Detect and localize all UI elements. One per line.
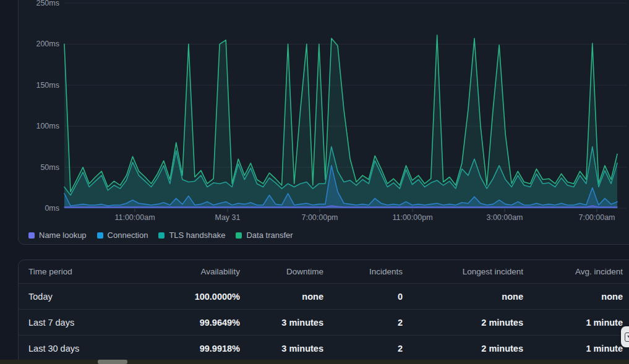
incidents-cell: 2 [325, 344, 404, 353]
availability-cell: 100.0000% [142, 292, 241, 302]
x-axis-tick-label: 7:00:00am [578, 213, 615, 222]
tls-handshake-swatch-icon [158, 232, 165, 239]
legend-label: Name lookup [39, 231, 87, 240]
connection-swatch-icon [97, 232, 103, 239]
legend-item-data-transfer[interactable]: Data transfer [236, 231, 293, 240]
table-row-last-7-days: Last 7 days 99.9649% 3 minutes 2 2 minut… [19, 310, 629, 336]
availability-cell: 99.9649% [142, 318, 241, 328]
x-axis-tick-label: 3:00:00am [486, 213, 523, 222]
legend-item-connection[interactable]: Connection [97, 231, 148, 240]
period-cell: Today [19, 292, 142, 302]
y-axis-tick-label: 50ms [19, 163, 59, 172]
y-axis-tick-label: 250ms [19, 0, 59, 7]
period-cell: Last 30 days [19, 344, 142, 353]
y-axis-tick-label: 100ms [19, 122, 59, 130]
legend-label: TLS handshake [169, 231, 225, 240]
col-header-incidents: Incidents [325, 267, 404, 276]
incidents-cell: 0 [325, 292, 404, 302]
availability-cell: 99.9918% [142, 344, 241, 353]
incidents-cell: 2 [325, 318, 404, 328]
avg-incident-cell: 1 minute [524, 318, 624, 328]
legend-item-tls-handshake[interactable]: TLS handshake [158, 231, 225, 240]
avg-incident-cell: none [524, 292, 624, 302]
floating-scroll-widget[interactable] [621, 326, 629, 347]
y-axis-tick-label: 200ms [19, 40, 59, 48]
longest-incident-cell: none [404, 292, 524, 302]
avg-incident-cell: 1 minute [524, 344, 624, 353]
name-lookup-swatch-icon [28, 232, 35, 239]
x-axis-tick-label: 11:00:00pm [392, 213, 432, 222]
col-header-longest-incident: Longest incident [404, 267, 524, 276]
downtime-cell: 3 minutes [241, 318, 325, 328]
data-transfer-swatch-icon [236, 232, 242, 239]
x-axis-tick-label: 7:00:00pm [301, 213, 338, 222]
table-row-today: Today 100.0000% none 0 none none [19, 284, 629, 310]
downtime-cell: 3 minutes [241, 344, 325, 353]
legend-label: Data transfer [246, 231, 293, 240]
y-axis-tick-label: 150ms [19, 81, 59, 90]
horizontal-scrollbar-thumb[interactable] [98, 360, 127, 364]
period-cell: Last 7 days [19, 318, 142, 328]
x-axis-tick-label: 11:00:00am [114, 213, 155, 222]
legend-item-name-lookup[interactable]: Name lookup [28, 231, 87, 240]
table-row-last-30-days: Last 30 days 99.9918% 3 minutes 2 2 minu… [19, 336, 629, 362]
cursor-icon [625, 332, 629, 342]
col-header-time-period: Time period [19, 267, 142, 276]
col-header-availability: Availability [142, 267, 241, 276]
horizontal-scrollbar[interactable] [0, 360, 629, 364]
availability-table-card: Time period Availability Downtime Incide… [18, 260, 629, 364]
x-axis-tick-label: May 31 [215, 213, 241, 222]
longest-incident-cell: 2 minutes [404, 344, 524, 353]
longest-incident-cell: 2 minutes [404, 318, 524, 328]
downtime-cell: none [241, 292, 325, 302]
response-time-chart[interactable] [0, 0, 629, 213]
y-axis-tick-label: 0ms [19, 204, 59, 213]
legend-label: Connection [108, 231, 148, 240]
chart-legend: Name lookup Connection TLS handshake Dat… [28, 231, 293, 240]
col-header-downtime: Downtime [241, 267, 325, 276]
col-header-avg-incident: Avg. incident [524, 267, 624, 276]
table-header-row: Time period Availability Downtime Incide… [19, 260, 629, 284]
